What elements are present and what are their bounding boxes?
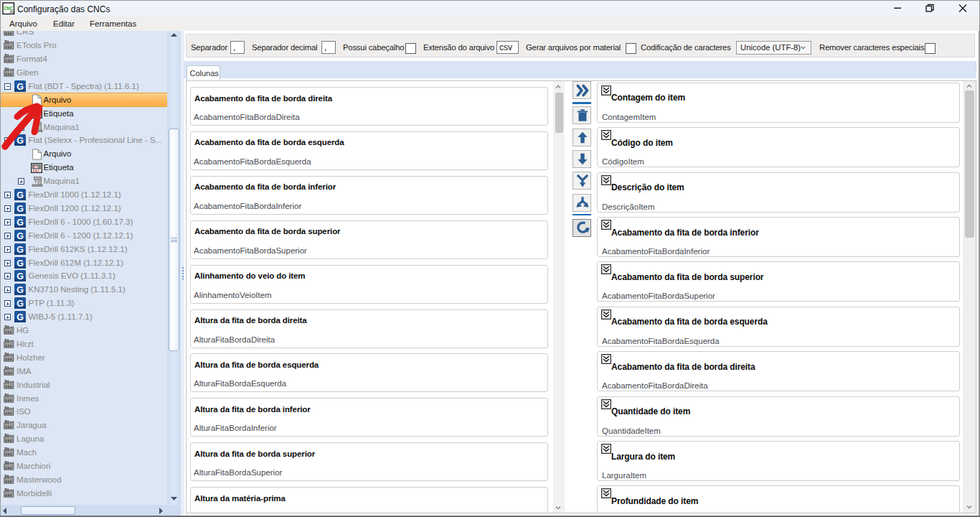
svg-text:G: G xyxy=(17,299,24,309)
svg-text:G: G xyxy=(17,312,24,322)
svg-text:G: G xyxy=(17,203,24,213)
svg-text:G: G xyxy=(17,285,24,295)
svg-text:G: G xyxy=(17,244,24,254)
svg-text:G: G xyxy=(17,190,24,200)
svg-text:G: G xyxy=(17,258,24,268)
svg-text:G: G xyxy=(17,217,24,227)
svg-text:G: G xyxy=(17,271,24,281)
svg-text:G: G xyxy=(17,230,24,241)
